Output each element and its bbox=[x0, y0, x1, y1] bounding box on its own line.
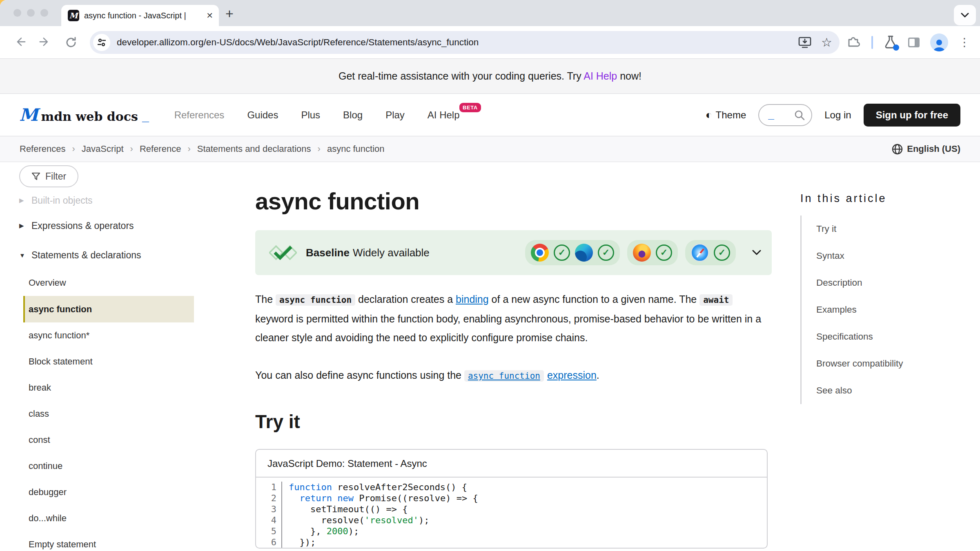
baseline-expand-button[interactable] bbox=[752, 250, 761, 256]
filter-label: Filter bbox=[45, 171, 66, 182]
sidebar-item-built-in-objects[interactable]: ▶ Built-in objects bbox=[19, 190, 235, 211]
language-button[interactable]: English (US) bbox=[892, 144, 960, 155]
url-text[interactable]: developer.allizom.org/en-US/docs/Web/Jav… bbox=[117, 37, 791, 48]
nav-item-blog[interactable]: Blog bbox=[343, 109, 363, 121]
chromium-support-pill: ✓ ✓ bbox=[525, 240, 620, 265]
safari-support-pill: ✓ bbox=[685, 240, 736, 265]
mdn-logo[interactable]: M mdn web docs _ bbox=[19, 107, 149, 124]
toc-item-browser-compatibility[interactable]: Browser compatibility bbox=[816, 350, 964, 377]
nav-item-play[interactable]: Play bbox=[385, 109, 405, 121]
toc-item-specifications[interactable]: Specifications bbox=[816, 323, 964, 350]
sidebar-item-empty-statement[interactable]: Empty statement bbox=[19, 531, 235, 551]
line-number: 6 bbox=[256, 537, 276, 548]
filter-icon bbox=[31, 172, 40, 181]
forward-button[interactable] bbox=[37, 36, 55, 49]
back-button[interactable] bbox=[11, 36, 29, 49]
nav-item-plus[interactable]: Plus bbox=[301, 109, 320, 121]
window-close-button[interactable] bbox=[13, 9, 21, 17]
nav-item-ai-help-label: AI Help bbox=[428, 109, 460, 120]
mdn-favicon: M bbox=[68, 10, 79, 21]
sidebar-item-overview[interactable]: Overview bbox=[19, 270, 235, 296]
address-bar[interactable]: developer.allizom.org/en-US/docs/Web/Jav… bbox=[90, 31, 840, 54]
theme-button[interactable]: ◐ Theme bbox=[706, 109, 746, 121]
check-icon: ✓ bbox=[598, 244, 614, 261]
toc-item-description[interactable]: Description bbox=[816, 269, 964, 296]
toc-item-see-also[interactable]: See also bbox=[816, 377, 964, 404]
tab-search-button[interactable] bbox=[954, 5, 976, 25]
code-editor[interactable]: 1 2 3 4 5 6 function resolveAfter2Second… bbox=[256, 478, 767, 548]
crumb-references[interactable]: References bbox=[20, 144, 66, 154]
sidebar-item-debugger[interactable]: debugger bbox=[19, 479, 235, 505]
extensions-icon[interactable] bbox=[846, 35, 861, 50]
sidebar-item-async-function[interactable]: async function bbox=[23, 296, 194, 322]
filter-button[interactable]: Filter bbox=[19, 165, 78, 187]
toc-item-try-it[interactable]: Try it bbox=[816, 216, 964, 242]
sidebar-item-block-statement[interactable]: Block statement bbox=[19, 349, 235, 375]
tab-title: async function - JavaScript | bbox=[84, 11, 201, 20]
firefox-support-pill: ✓ bbox=[627, 240, 678, 265]
window-zoom-button[interactable] bbox=[40, 9, 48, 17]
tune-icon bbox=[97, 38, 107, 47]
baseline-badge-label: Baseline bbox=[306, 247, 350, 259]
article: async function BaselineWidely available bbox=[255, 162, 772, 551]
signup-button[interactable]: Sign up for free bbox=[864, 104, 960, 127]
reload-icon bbox=[65, 36, 78, 49]
new-tab-button[interactable]: + bbox=[225, 6, 234, 22]
line-number: 2 bbox=[256, 493, 276, 504]
login-link[interactable]: Log in bbox=[824, 109, 851, 121]
bookmark-star-icon[interactable]: ☆ bbox=[821, 36, 832, 49]
profile-avatar[interactable] bbox=[930, 33, 948, 51]
code-token: return bbox=[300, 493, 332, 503]
code-lines: function resolveAfter2Seconds() { return… bbox=[282, 482, 478, 548]
code-token bbox=[332, 493, 337, 503]
sidebar-item-async-function-star[interactable]: async function* bbox=[19, 322, 235, 349]
check-icon: ✓ bbox=[554, 244, 570, 261]
chevron-down-icon bbox=[752, 250, 761, 256]
side-panel-icon[interactable] bbox=[908, 38, 920, 47]
window-minimize-button[interactable] bbox=[27, 9, 35, 17]
nav-item-guides[interactable]: Guides bbox=[247, 109, 278, 121]
toc-item-syntax[interactable]: Syntax bbox=[816, 242, 964, 269]
sidebar-item-do-while[interactable]: do...while bbox=[19, 505, 235, 531]
triangle-right-icon: ▶ bbox=[19, 222, 27, 229]
text: declaration creates a bbox=[355, 293, 456, 305]
sidebar-section-statements[interactable]: ▼ Statements & declarations bbox=[19, 240, 235, 270]
expression-link[interactable]: expression bbox=[547, 369, 597, 381]
code-line: }, 2000); bbox=[289, 526, 478, 537]
page-content: Filter ▶ Built-in objects ▶ Expressions … bbox=[0, 162, 980, 551]
ai-help-link[interactable]: AI Help bbox=[584, 70, 617, 82]
code-token: }, bbox=[289, 526, 327, 536]
binding-link[interactable]: binding bbox=[456, 293, 489, 305]
beta-badge: BETA bbox=[459, 103, 481, 112]
reload-button[interactable] bbox=[62, 36, 80, 49]
search-input[interactable]: _ bbox=[758, 104, 812, 126]
sidebar-item-break[interactable]: break bbox=[19, 375, 235, 401]
code-token: }); bbox=[289, 537, 316, 547]
back-icon bbox=[14, 36, 27, 49]
tryit-heading: Try it bbox=[255, 411, 772, 433]
code-token: 2000 bbox=[327, 526, 348, 536]
edge-icon bbox=[575, 244, 593, 262]
sidebar-item-class[interactable]: class bbox=[19, 401, 235, 427]
breadcrumb-bar: References › JavaScript › Reference › St… bbox=[0, 136, 980, 162]
sidebar-section-expressions[interactable]: ▶ Expressions & operators bbox=[19, 211, 235, 240]
tab-close-icon[interactable]: ✕ bbox=[206, 11, 213, 20]
nav-item-references[interactable]: References bbox=[174, 109, 225, 121]
line-number: 5 bbox=[256, 526, 276, 537]
crumb-javascript[interactable]: JavaScript bbox=[82, 144, 124, 154]
menu-dots-icon[interactable]: ⋮ bbox=[959, 37, 970, 48]
sidebar-item-continue[interactable]: continue bbox=[19, 453, 235, 479]
toc-item-examples[interactable]: Examples bbox=[816, 296, 964, 323]
nav-item-ai-help[interactable]: AI HelpBETA bbox=[428, 109, 460, 121]
async-function-expression-code-link[interactable]: async function bbox=[464, 370, 544, 382]
site-info-button[interactable] bbox=[93, 34, 110, 51]
crumb-reference[interactable]: Reference bbox=[140, 144, 181, 154]
crumb-statements[interactable]: Statements and declarations bbox=[197, 144, 311, 154]
mdn-logo-mark: M bbox=[19, 107, 37, 124]
baseline-status-label: Widely available bbox=[353, 247, 430, 259]
sidebar-item-const[interactable]: const bbox=[19, 427, 235, 453]
tab-strip: M async function - JavaScript | ✕ + bbox=[0, 0, 980, 26]
experiments-button[interactable] bbox=[884, 35, 898, 50]
browser-tab[interactable]: M async function - JavaScript | ✕ bbox=[61, 5, 219, 26]
install-icon[interactable] bbox=[798, 36, 811, 49]
